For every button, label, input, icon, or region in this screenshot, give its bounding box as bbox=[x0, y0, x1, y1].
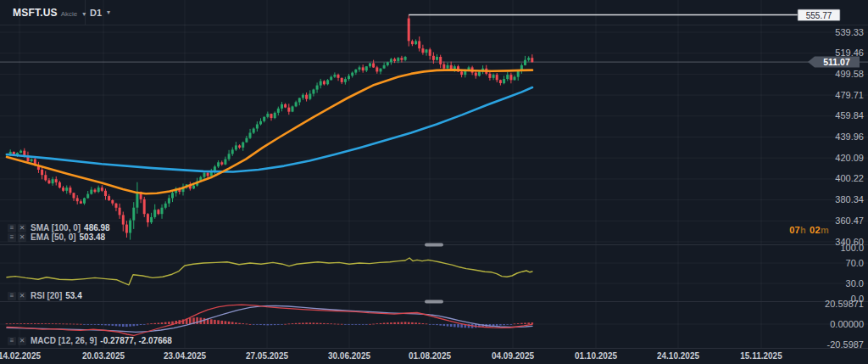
price-axis-labels[interactable]: 539.33519.46499.58479.71459.84439.96420.… bbox=[825, 27, 864, 350]
axis-label: 24.10.2025 bbox=[657, 351, 699, 361]
symbol-market-label: Akcie bbox=[61, 10, 78, 18]
pane-resize-handle[interactable] bbox=[425, 300, 443, 304]
rsi-label: RSI [20] bbox=[31, 291, 62, 300]
axis-label: 420.09 bbox=[835, 153, 864, 163]
axis-label: 01.10.2025 bbox=[575, 351, 617, 361]
settings-icon[interactable]: ≡ bbox=[8, 292, 16, 300]
rsi-indicator-legend: ≡ ✕ RSI [20] 53.4 bbox=[8, 291, 82, 300]
axis-label: 400.22 bbox=[835, 173, 864, 183]
chart-canvas[interactable]: 539.33519.46499.58479.71459.84439.96420.… bbox=[0, 0, 868, 364]
last-price-tag: 511.07 bbox=[808, 57, 860, 68]
axis-label: 539.33 bbox=[835, 27, 864, 37]
axis-label: 04.09.2025 bbox=[492, 351, 534, 361]
close-icon[interactable]: ✕ bbox=[18, 292, 26, 300]
axis-label: 511.07 bbox=[823, 57, 850, 67]
axis-label: 20.03.2025 bbox=[82, 351, 125, 361]
sma-indicator-legend: ≡ ✕ SMA [100, 0] 486.98 bbox=[8, 223, 110, 232]
axis-label: 459.84 bbox=[835, 110, 864, 120]
chevron-down-icon: ▾ bbox=[107, 8, 110, 16]
axis-label: 20.59871 bbox=[825, 299, 864, 309]
macd-indicator-legend: ≡ ✕ MACD [12, 26, 9] -0.27877, -2.07668 bbox=[8, 336, 172, 345]
rsi-line bbox=[7, 258, 532, 285]
macd-label: MACD [12, 26, 9] bbox=[31, 336, 97, 345]
time-axis-labels[interactable]: 14.02.202520.03.202523.04.202527.05.2025… bbox=[0, 351, 782, 361]
ema-label: EMA [50, 0] bbox=[31, 232, 76, 242]
axis-label: 0.00000 bbox=[830, 319, 864, 329]
ema-value: 503.48 bbox=[80, 232, 106, 242]
axis-label: 30.0 bbox=[846, 278, 864, 288]
settings-icon[interactable]: ≡ bbox=[8, 224, 16, 232]
axis-label: 14.02.2025 bbox=[0, 351, 41, 361]
rsi-value: 53.4 bbox=[65, 291, 81, 300]
toolbar-divider bbox=[85, 0, 86, 25]
axis-label: -20.5987 bbox=[827, 339, 864, 350]
axis-label: 70.0 bbox=[846, 258, 864, 268]
chart-toolbar: MSFT.US Akcie ▾ D1 ▾ bbox=[0, 0, 868, 25]
sma-line bbox=[7, 87, 532, 172]
interval-selector[interactable]: D1 ▾ bbox=[90, 0, 110, 25]
macd-line bbox=[7, 305, 532, 335]
settings-icon[interactable]: ≡ bbox=[8, 337, 16, 345]
candlestick-series bbox=[6, 15, 534, 240]
grid bbox=[0, 0, 868, 348]
axis-label: 100.0 bbox=[840, 243, 864, 253]
axis-label: 360.47 bbox=[835, 216, 864, 226]
axis-label: 27.05.2025 bbox=[246, 351, 288, 361]
interval-label: D1 bbox=[90, 8, 102, 18]
settings-icon[interactable]: ≡ bbox=[8, 233, 16, 242]
macd-values: -0.27877, -2.07668 bbox=[100, 336, 172, 345]
close-icon[interactable]: ✕ bbox=[18, 233, 26, 242]
sma-label: SMA [100, 0] bbox=[31, 223, 81, 232]
countdown-minutes: 02 bbox=[810, 225, 821, 235]
countdown-hours: 07 bbox=[789, 225, 800, 235]
axis-label: 23.04.2025 bbox=[164, 351, 206, 361]
axis-label: 439.96 bbox=[835, 132, 864, 142]
axis-label: 01.08.2025 bbox=[409, 351, 451, 361]
axis-label: 380.34 bbox=[835, 194, 864, 204]
macd-signal-line bbox=[7, 305, 532, 332]
close-icon[interactable]: ✕ bbox=[18, 224, 26, 232]
axis-label: 479.71 bbox=[835, 90, 864, 100]
axis-label: 499.58 bbox=[835, 69, 864, 79]
ema-indicator-legend: ≡ ✕ EMA [50, 0] 503.48 bbox=[8, 232, 105, 242]
trading-chart-window: MSFT.US Akcie ▾ D1 ▾ 539.33519.46499.584… bbox=[0, 0, 868, 364]
sma-value: 486.98 bbox=[84, 223, 110, 232]
ema-line bbox=[7, 70, 532, 193]
axis-label: 15.11.2025 bbox=[740, 351, 782, 361]
symbol-name: MSFT.US bbox=[13, 7, 58, 19]
session-countdown: 07h02m bbox=[789, 225, 829, 235]
pane-resize-handle[interactable] bbox=[425, 244, 443, 247]
axis-label: 30.06.2025 bbox=[328, 351, 370, 361]
close-icon[interactable]: ✕ bbox=[18, 337, 26, 345]
symbol-selector[interactable]: MSFT.US Akcie ▾ bbox=[0, 7, 86, 19]
